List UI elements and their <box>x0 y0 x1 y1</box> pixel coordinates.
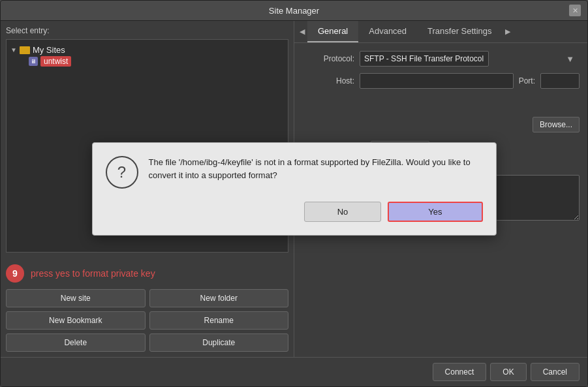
new-site-button[interactable]: New site <box>6 289 146 307</box>
folder-label: My Sites <box>33 45 65 55</box>
dialog-no-button[interactable]: No <box>304 202 382 222</box>
tab-left-arrow[interactable]: ◀ <box>297 22 307 41</box>
tabs-bar: ◀ General Advanced Transfer Settings ▶ <box>294 21 587 43</box>
expand-arrow-icon: ▼ <box>10 46 17 54</box>
tab-right-arrow[interactable]: ▶ <box>503 22 513 41</box>
folder-icon <box>20 46 30 54</box>
delete-button[interactable]: Delete <box>6 333 146 352</box>
tab-advanced[interactable]: Advanced <box>358 21 417 42</box>
dialog-content: ? The file '/home/ibg-4/keyfile' is not … <box>106 156 483 189</box>
host-label: Host: <box>302 76 354 85</box>
select-entry-label: Select entry: <box>6 26 288 35</box>
connect-button[interactable]: Connect <box>433 363 487 381</box>
site-icon: 🖥 <box>29 57 38 66</box>
site-label[interactable]: untwist <box>40 56 71 67</box>
dialog-question-icon: ? <box>106 156 138 189</box>
step-badge: 9 <box>6 264 24 283</box>
protocol-select[interactable]: SFTP - SSH File Transfer Protocol <box>360 51 489 67</box>
port-label: Port: <box>519 76 535 85</box>
main-body: Select entry: ▼ My Sites 🖥 untwist 9 pre… <box>1 21 587 357</box>
bottom-buttons: New site New folder New Bookmark Rename … <box>6 289 288 352</box>
protocol-select-wrapper: SFTP - SSH File Transfer Protocol ▼ <box>360 51 580 67</box>
instruction-area: 9 press yes to format private key <box>6 258 288 289</box>
window-title: Site Manager <box>19 6 569 16</box>
dialog-yes-button[interactable]: Yes <box>388 202 482 222</box>
titlebar: Site Manager ✕ <box>1 1 587 21</box>
rename-button[interactable]: Rename <box>149 311 289 330</box>
dialog-buttons: No Yes <box>106 202 483 222</box>
tree-folder-my-sites[interactable]: ▼ My Sites <box>10 44 284 56</box>
tree-child-untwist: 🖥 untwist <box>29 56 284 67</box>
protocol-row: Protocol: SFTP - SSH File Transfer Proto… <box>302 51 580 67</box>
tab-general[interactable]: General <box>307 21 358 42</box>
browse-row: Browse... <box>302 115 580 134</box>
ok-button[interactable]: OK <box>490 363 526 381</box>
port-input[interactable] <box>540 73 580 89</box>
instruction-text: press yes to format private key <box>31 268 155 279</box>
action-bar: Connect OK Cancel <box>1 357 587 386</box>
browse-button[interactable]: Browse... <box>533 117 580 132</box>
format-dialog: ? The file '/home/ibg-4/keyfile' is not … <box>92 142 497 236</box>
host-row: Host: Port: <box>302 73 580 89</box>
site-manager-window: Site Manager ✕ Select entry: ▼ My Sites … <box>0 0 588 387</box>
cancel-button[interactable]: Cancel <box>531 363 580 381</box>
spacer-1 <box>302 95 580 115</box>
host-input[interactable] <box>360 73 514 89</box>
duplicate-button[interactable]: Duplicate <box>149 333 289 352</box>
new-bookmark-button[interactable]: New Bookmark <box>6 311 146 330</box>
dialog-message: The file '/home/ibg-4/keyfile' is not in… <box>149 156 483 181</box>
tab-transfer-settings[interactable]: Transfer Settings <box>417 21 503 42</box>
protocol-dropdown-icon: ▼ <box>566 54 574 64</box>
new-folder-button[interactable]: New folder <box>149 289 289 307</box>
protocol-label: Protocol: <box>302 54 354 63</box>
close-button[interactable]: ✕ <box>569 5 581 16</box>
